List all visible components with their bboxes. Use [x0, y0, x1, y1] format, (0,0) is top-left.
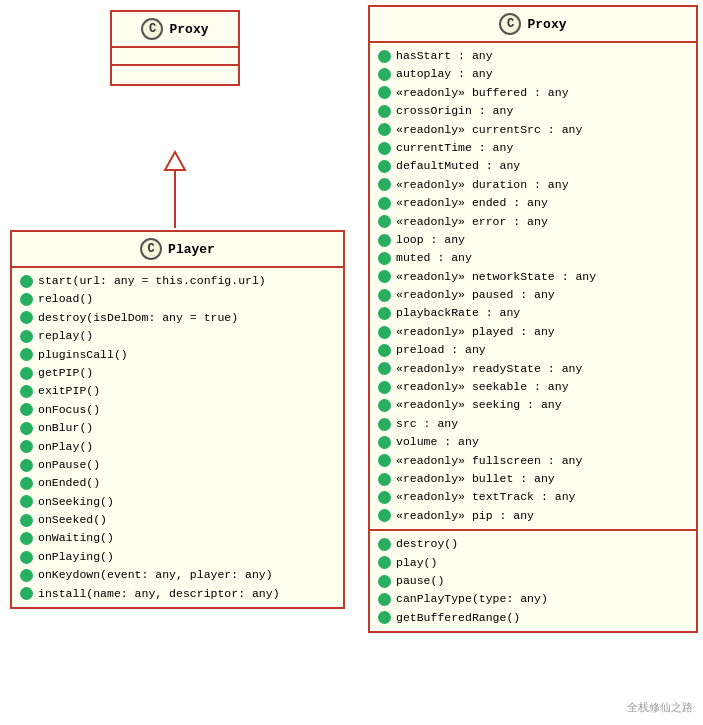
- player-box: C Player start(url: any = this.config.ur…: [10, 230, 345, 609]
- proxy-small-header: C Proxy: [112, 12, 238, 48]
- method-icon: [20, 330, 33, 343]
- property-icon: [378, 86, 391, 99]
- method-label: getBufferedRange(): [396, 609, 520, 627]
- proxy-property-item: «readonly» ended : any: [378, 194, 688, 212]
- method-icon: [20, 440, 33, 453]
- property-label: muted : any: [396, 249, 472, 267]
- player-method-item: start(url: any = this.config.url): [20, 272, 335, 290]
- proxy-small-title: Proxy: [169, 22, 208, 37]
- method-icon: [20, 514, 33, 527]
- property-label: «readonly» error : any: [396, 213, 548, 231]
- property-icon: [378, 491, 391, 504]
- proxy-property-item: «readonly» buffered : any: [378, 84, 688, 102]
- proxy-property-item: «readonly» pip : any: [378, 507, 688, 525]
- player-method-item: onFocus(): [20, 401, 335, 419]
- player-method-item: onSeeking(): [20, 493, 335, 511]
- method-icon: [20, 587, 33, 600]
- property-label: «readonly» duration : any: [396, 176, 569, 194]
- method-icon: [20, 477, 33, 490]
- proxy-large-methods-section: destroy()play()pause()canPlayType(type: …: [370, 531, 696, 631]
- property-icon: [378, 68, 391, 81]
- method-label: onSeeking(): [38, 493, 114, 511]
- method-icon: [20, 495, 33, 508]
- property-icon: [378, 473, 391, 486]
- method-label: pause(): [396, 572, 444, 590]
- method-icon: [20, 551, 33, 564]
- proxy-property-item: «readonly» networkState : any: [378, 268, 688, 286]
- property-label: «readonly» seekable : any: [396, 378, 569, 396]
- player-method-item: onSeeked(): [20, 511, 335, 529]
- player-methods-section: start(url: any = this.config.url)reload(…: [12, 268, 343, 607]
- method-icon: [378, 593, 391, 606]
- method-icon: [20, 348, 33, 361]
- property-icon: [378, 215, 391, 228]
- method-icon: [20, 367, 33, 380]
- method-label: onFocus(): [38, 401, 100, 419]
- method-icon: [378, 611, 391, 624]
- method-label: replay(): [38, 327, 93, 345]
- method-label: onKeydown(event: any, player: any): [38, 566, 273, 584]
- method-icon: [20, 459, 33, 472]
- proxy-property-item: preload : any: [378, 341, 688, 359]
- proxy-property-item: «readonly» readyState : any: [378, 360, 688, 378]
- proxy-property-item: «readonly» fullscreen : any: [378, 452, 688, 470]
- player-method-item: onWaiting(): [20, 529, 335, 547]
- property-label: «readonly» networkState : any: [396, 268, 596, 286]
- proxy-property-item: «readonly» bullet : any: [378, 470, 688, 488]
- property-label: «readonly» textTrack : any: [396, 488, 575, 506]
- property-label: loop : any: [396, 231, 465, 249]
- property-label: «readonly» bullet : any: [396, 470, 555, 488]
- property-icon: [378, 270, 391, 283]
- player-method-item: onBlur(): [20, 419, 335, 437]
- proxy-property-item: «readonly» seeking : any: [378, 396, 688, 414]
- property-icon: [378, 418, 391, 431]
- property-label: «readonly» played : any: [396, 323, 555, 341]
- player-title: Player: [168, 242, 215, 257]
- property-icon: [378, 454, 391, 467]
- method-icon: [20, 293, 33, 306]
- proxy-method-item: play(): [378, 554, 688, 572]
- watermark: 全栈修仙之路: [627, 700, 693, 715]
- proxy-property-item: «readonly» played : any: [378, 323, 688, 341]
- proxy-property-item: playbackRate : any: [378, 304, 688, 322]
- proxy-property-item: src : any: [378, 415, 688, 433]
- property-icon: [378, 142, 391, 155]
- method-icon: [378, 575, 391, 588]
- property-label: preload : any: [396, 341, 486, 359]
- method-label: onSeeked(): [38, 511, 107, 529]
- player-method-item: onPlay(): [20, 438, 335, 456]
- property-label: currentTime : any: [396, 139, 513, 157]
- property-icon: [378, 436, 391, 449]
- property-label: «readonly» paused : any: [396, 286, 555, 304]
- proxy-large-header: C Proxy: [370, 7, 696, 43]
- property-icon: [378, 105, 391, 118]
- proxy-property-item: volume : any: [378, 433, 688, 451]
- property-icon: [378, 123, 391, 136]
- player-method-item: pluginsCall(): [20, 346, 335, 364]
- method-icon: [20, 275, 33, 288]
- property-label: autoplay : any: [396, 65, 493, 83]
- proxy-large-title: Proxy: [527, 17, 566, 32]
- player-method-item: onKeydown(event: any, player: any): [20, 566, 335, 584]
- method-label: destroy(isDelDom: any = true): [38, 309, 238, 327]
- proxy-small-section1: [112, 48, 238, 66]
- proxy-method-item: destroy(): [378, 535, 688, 553]
- player-method-item: exitPIP(): [20, 382, 335, 400]
- method-icon: [20, 569, 33, 582]
- property-label: «readonly» readyState : any: [396, 360, 582, 378]
- property-icon: [378, 362, 391, 375]
- proxy-property-item: «readonly» textTrack : any: [378, 488, 688, 506]
- property-label: hasStart : any: [396, 47, 493, 65]
- property-icon: [378, 289, 391, 302]
- property-label: «readonly» pip : any: [396, 507, 534, 525]
- property-icon: [378, 50, 391, 63]
- property-label: playbackRate : any: [396, 304, 520, 322]
- diagram-container: C Proxy C Player start(url: any = this.c…: [0, 0, 703, 725]
- property-label: «readonly» ended : any: [396, 194, 548, 212]
- proxy-property-item: defaultMuted : any: [378, 157, 688, 175]
- method-label: exitPIP(): [38, 382, 100, 400]
- player-header: C Player: [12, 232, 343, 268]
- proxy-large-properties-section: hasStart : anyautoplay : any«readonly» b…: [370, 43, 696, 531]
- property-icon: [378, 381, 391, 394]
- proxy-small-box: C Proxy: [110, 10, 240, 86]
